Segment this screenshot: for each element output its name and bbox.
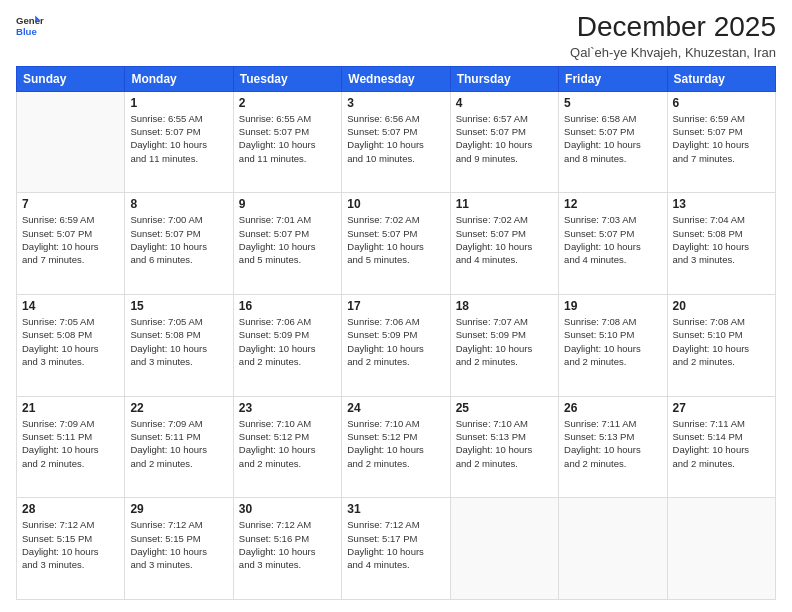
day-number: 24 bbox=[347, 401, 444, 415]
day-info: Sunrise: 6:59 AMSunset: 5:07 PMDaylight:… bbox=[22, 213, 119, 266]
day-info: Sunrise: 7:00 AMSunset: 5:07 PMDaylight:… bbox=[130, 213, 227, 266]
day-number: 23 bbox=[239, 401, 336, 415]
day-number: 31 bbox=[347, 502, 444, 516]
day-info: Sunrise: 6:56 AMSunset: 5:07 PMDaylight:… bbox=[347, 112, 444, 165]
day-number: 10 bbox=[347, 197, 444, 211]
day-cell: 18Sunrise: 7:07 AMSunset: 5:09 PMDayligh… bbox=[450, 295, 558, 397]
day-number: 12 bbox=[564, 197, 661, 211]
day-cell: 10Sunrise: 7:02 AMSunset: 5:07 PMDayligh… bbox=[342, 193, 450, 295]
day-number: 4 bbox=[456, 96, 553, 110]
day-number: 11 bbox=[456, 197, 553, 211]
logo: General Blue bbox=[16, 12, 44, 40]
col-header-sunday: Sunday bbox=[17, 66, 125, 91]
day-cell: 26Sunrise: 7:11 AMSunset: 5:13 PMDayligh… bbox=[559, 396, 667, 498]
day-info: Sunrise: 7:12 AMSunset: 5:15 PMDaylight:… bbox=[22, 518, 119, 571]
day-cell: 19Sunrise: 7:08 AMSunset: 5:10 PMDayligh… bbox=[559, 295, 667, 397]
day-number: 22 bbox=[130, 401, 227, 415]
day-number: 5 bbox=[564, 96, 661, 110]
day-info: Sunrise: 7:03 AMSunset: 5:07 PMDaylight:… bbox=[564, 213, 661, 266]
day-cell bbox=[667, 498, 775, 600]
day-cell: 16Sunrise: 7:06 AMSunset: 5:09 PMDayligh… bbox=[233, 295, 341, 397]
day-cell: 12Sunrise: 7:03 AMSunset: 5:07 PMDayligh… bbox=[559, 193, 667, 295]
day-info: Sunrise: 7:05 AMSunset: 5:08 PMDaylight:… bbox=[22, 315, 119, 368]
day-number: 2 bbox=[239, 96, 336, 110]
day-cell bbox=[559, 498, 667, 600]
week-row-4: 21Sunrise: 7:09 AMSunset: 5:11 PMDayligh… bbox=[17, 396, 776, 498]
day-cell: 5Sunrise: 6:58 AMSunset: 5:07 PMDaylight… bbox=[559, 91, 667, 193]
day-info: Sunrise: 7:02 AMSunset: 5:07 PMDaylight:… bbox=[456, 213, 553, 266]
svg-text:Blue: Blue bbox=[16, 26, 37, 37]
day-number: 9 bbox=[239, 197, 336, 211]
location: Qal`eh-ye Khvajeh, Khuzestan, Iran bbox=[570, 45, 776, 60]
day-cell: 13Sunrise: 7:04 AMSunset: 5:08 PMDayligh… bbox=[667, 193, 775, 295]
day-info: Sunrise: 7:09 AMSunset: 5:11 PMDaylight:… bbox=[22, 417, 119, 470]
day-number: 19 bbox=[564, 299, 661, 313]
col-header-wednesday: Wednesday bbox=[342, 66, 450, 91]
day-cell: 9Sunrise: 7:01 AMSunset: 5:07 PMDaylight… bbox=[233, 193, 341, 295]
day-number: 25 bbox=[456, 401, 553, 415]
day-cell: 2Sunrise: 6:55 AMSunset: 5:07 PMDaylight… bbox=[233, 91, 341, 193]
day-number: 21 bbox=[22, 401, 119, 415]
day-info: Sunrise: 7:06 AMSunset: 5:09 PMDaylight:… bbox=[239, 315, 336, 368]
col-header-tuesday: Tuesday bbox=[233, 66, 341, 91]
day-cell: 27Sunrise: 7:11 AMSunset: 5:14 PMDayligh… bbox=[667, 396, 775, 498]
day-number: 14 bbox=[22, 299, 119, 313]
day-cell: 8Sunrise: 7:00 AMSunset: 5:07 PMDaylight… bbox=[125, 193, 233, 295]
day-info: Sunrise: 7:10 AMSunset: 5:13 PMDaylight:… bbox=[456, 417, 553, 470]
title-block: December 2025 Qal`eh-ye Khvajeh, Khuzest… bbox=[570, 12, 776, 60]
day-info: Sunrise: 7:02 AMSunset: 5:07 PMDaylight:… bbox=[347, 213, 444, 266]
col-header-monday: Monday bbox=[125, 66, 233, 91]
week-row-2: 7Sunrise: 6:59 AMSunset: 5:07 PMDaylight… bbox=[17, 193, 776, 295]
week-row-3: 14Sunrise: 7:05 AMSunset: 5:08 PMDayligh… bbox=[17, 295, 776, 397]
day-number: 20 bbox=[673, 299, 770, 313]
month-title: December 2025 bbox=[570, 12, 776, 43]
day-info: Sunrise: 7:04 AMSunset: 5:08 PMDaylight:… bbox=[673, 213, 770, 266]
day-info: Sunrise: 6:57 AMSunset: 5:07 PMDaylight:… bbox=[456, 112, 553, 165]
week-row-1: 1Sunrise: 6:55 AMSunset: 5:07 PMDaylight… bbox=[17, 91, 776, 193]
week-row-5: 28Sunrise: 7:12 AMSunset: 5:15 PMDayligh… bbox=[17, 498, 776, 600]
calendar-header-row: SundayMondayTuesdayWednesdayThursdayFrid… bbox=[17, 66, 776, 91]
day-number: 30 bbox=[239, 502, 336, 516]
day-cell: 29Sunrise: 7:12 AMSunset: 5:15 PMDayligh… bbox=[125, 498, 233, 600]
day-cell: 21Sunrise: 7:09 AMSunset: 5:11 PMDayligh… bbox=[17, 396, 125, 498]
day-info: Sunrise: 7:08 AMSunset: 5:10 PMDaylight:… bbox=[564, 315, 661, 368]
day-number: 15 bbox=[130, 299, 227, 313]
header: General Blue December 2025 Qal`eh-ye Khv… bbox=[16, 12, 776, 60]
day-info: Sunrise: 6:55 AMSunset: 5:07 PMDaylight:… bbox=[239, 112, 336, 165]
day-info: Sunrise: 7:10 AMSunset: 5:12 PMDaylight:… bbox=[239, 417, 336, 470]
page: General Blue December 2025 Qal`eh-ye Khv… bbox=[0, 0, 792, 612]
col-header-friday: Friday bbox=[559, 66, 667, 91]
day-cell: 7Sunrise: 6:59 AMSunset: 5:07 PMDaylight… bbox=[17, 193, 125, 295]
day-number: 16 bbox=[239, 299, 336, 313]
day-cell: 25Sunrise: 7:10 AMSunset: 5:13 PMDayligh… bbox=[450, 396, 558, 498]
day-info: Sunrise: 7:06 AMSunset: 5:09 PMDaylight:… bbox=[347, 315, 444, 368]
day-number: 28 bbox=[22, 502, 119, 516]
calendar-table: SundayMondayTuesdayWednesdayThursdayFrid… bbox=[16, 66, 776, 600]
day-number: 8 bbox=[130, 197, 227, 211]
day-number: 26 bbox=[564, 401, 661, 415]
day-number: 13 bbox=[673, 197, 770, 211]
day-cell: 17Sunrise: 7:06 AMSunset: 5:09 PMDayligh… bbox=[342, 295, 450, 397]
day-cell: 30Sunrise: 7:12 AMSunset: 5:16 PMDayligh… bbox=[233, 498, 341, 600]
day-info: Sunrise: 7:12 AMSunset: 5:16 PMDaylight:… bbox=[239, 518, 336, 571]
day-number: 18 bbox=[456, 299, 553, 313]
day-cell: 23Sunrise: 7:10 AMSunset: 5:12 PMDayligh… bbox=[233, 396, 341, 498]
day-cell: 24Sunrise: 7:10 AMSunset: 5:12 PMDayligh… bbox=[342, 396, 450, 498]
day-info: Sunrise: 7:08 AMSunset: 5:10 PMDaylight:… bbox=[673, 315, 770, 368]
day-cell: 6Sunrise: 6:59 AMSunset: 5:07 PMDaylight… bbox=[667, 91, 775, 193]
day-cell: 20Sunrise: 7:08 AMSunset: 5:10 PMDayligh… bbox=[667, 295, 775, 397]
day-cell: 11Sunrise: 7:02 AMSunset: 5:07 PMDayligh… bbox=[450, 193, 558, 295]
day-number: 6 bbox=[673, 96, 770, 110]
day-info: Sunrise: 6:58 AMSunset: 5:07 PMDaylight:… bbox=[564, 112, 661, 165]
day-cell: 31Sunrise: 7:12 AMSunset: 5:17 PMDayligh… bbox=[342, 498, 450, 600]
logo-icon: General Blue bbox=[16, 12, 44, 40]
day-cell: 1Sunrise: 6:55 AMSunset: 5:07 PMDaylight… bbox=[125, 91, 233, 193]
col-header-thursday: Thursday bbox=[450, 66, 558, 91]
col-header-saturday: Saturday bbox=[667, 66, 775, 91]
day-info: Sunrise: 7:12 AMSunset: 5:17 PMDaylight:… bbox=[347, 518, 444, 571]
day-number: 29 bbox=[130, 502, 227, 516]
day-number: 17 bbox=[347, 299, 444, 313]
day-cell: 15Sunrise: 7:05 AMSunset: 5:08 PMDayligh… bbox=[125, 295, 233, 397]
day-cell: 28Sunrise: 7:12 AMSunset: 5:15 PMDayligh… bbox=[17, 498, 125, 600]
day-info: Sunrise: 7:05 AMSunset: 5:08 PMDaylight:… bbox=[130, 315, 227, 368]
